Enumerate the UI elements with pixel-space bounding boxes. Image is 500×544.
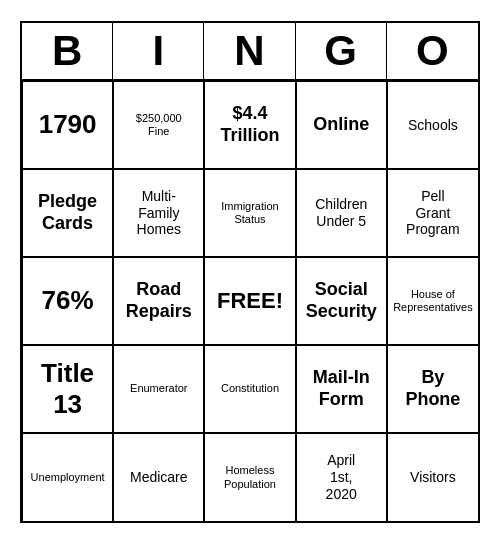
bingo-cell: Multi-FamilyHomes	[113, 169, 204, 257]
bingo-cell: SocialSecurity	[296, 257, 387, 345]
bingo-header-letter: G	[296, 23, 387, 79]
cell-text: Schools	[408, 117, 458, 134]
bingo-cell: $250,000Fine	[113, 81, 204, 169]
cell-text: $4.4Trillion	[220, 103, 279, 146]
bingo-cell: ChildrenUnder 5	[296, 169, 387, 257]
cell-text: Title13	[41, 358, 94, 420]
bingo-cell: Title13	[22, 345, 113, 433]
cell-text: 76%	[42, 285, 94, 316]
bingo-cell: April1st,2020	[296, 433, 387, 521]
bingo-cell: 76%	[22, 257, 113, 345]
cell-text: ImmigrationStatus	[221, 200, 278, 226]
bingo-cell: Mail-InForm	[296, 345, 387, 433]
bingo-cell: 1790	[22, 81, 113, 169]
bingo-cell: House ofRepresentatives	[387, 257, 478, 345]
cell-text: PellGrantProgram	[406, 188, 460, 238]
cell-text: PledgeCards	[38, 191, 97, 234]
cell-text: Medicare	[130, 469, 188, 486]
bingo-cell: RoadRepairs	[113, 257, 204, 345]
cell-text: 1790	[39, 109, 97, 140]
cell-text: HomelessPopulation	[224, 464, 276, 490]
bingo-header-letter: O	[387, 23, 478, 79]
bingo-header-letter: I	[113, 23, 204, 79]
bingo-cell: Medicare	[113, 433, 204, 521]
bingo-cell: Online	[296, 81, 387, 169]
cell-text: Multi-FamilyHomes	[137, 188, 181, 238]
bingo-cell: HomelessPopulation	[204, 433, 295, 521]
bingo-cell: Schools	[387, 81, 478, 169]
bingo-cell: FREE!	[204, 257, 295, 345]
cell-text: ByPhone	[405, 367, 460, 410]
bingo-grid: 1790$250,000Fine$4.4TrillionOnlineSchool…	[22, 81, 478, 521]
cell-text: Constitution	[221, 382, 279, 395]
cell-text: Visitors	[410, 469, 456, 486]
cell-text: House ofRepresentatives	[393, 288, 473, 314]
bingo-card: BINGO 1790$250,000Fine$4.4TrillionOnline…	[20, 21, 480, 523]
bingo-cell: $4.4Trillion	[204, 81, 295, 169]
cell-text: Enumerator	[130, 382, 187, 395]
bingo-cell: Visitors	[387, 433, 478, 521]
cell-text: Online	[313, 114, 369, 136]
bingo-cell: PledgeCards	[22, 169, 113, 257]
bingo-cell: PellGrantProgram	[387, 169, 478, 257]
cell-text: April1st,2020	[326, 452, 357, 502]
cell-text: RoadRepairs	[126, 279, 192, 322]
bingo-header-letter: B	[22, 23, 113, 79]
bingo-cell: ImmigrationStatus	[204, 169, 295, 257]
cell-text: Mail-InForm	[313, 367, 370, 410]
cell-text: ChildrenUnder 5	[315, 196, 367, 230]
bingo-cell: Unemployment	[22, 433, 113, 521]
bingo-cell: Enumerator	[113, 345, 204, 433]
cell-text: FREE!	[217, 288, 283, 314]
bingo-header: BINGO	[22, 23, 478, 81]
cell-text: Unemployment	[31, 471, 105, 484]
bingo-cell: ByPhone	[387, 345, 478, 433]
bingo-header-letter: N	[204, 23, 295, 79]
cell-text: SocialSecurity	[306, 279, 377, 322]
bingo-cell: Constitution	[204, 345, 295, 433]
cell-text: $250,000Fine	[136, 112, 182, 138]
